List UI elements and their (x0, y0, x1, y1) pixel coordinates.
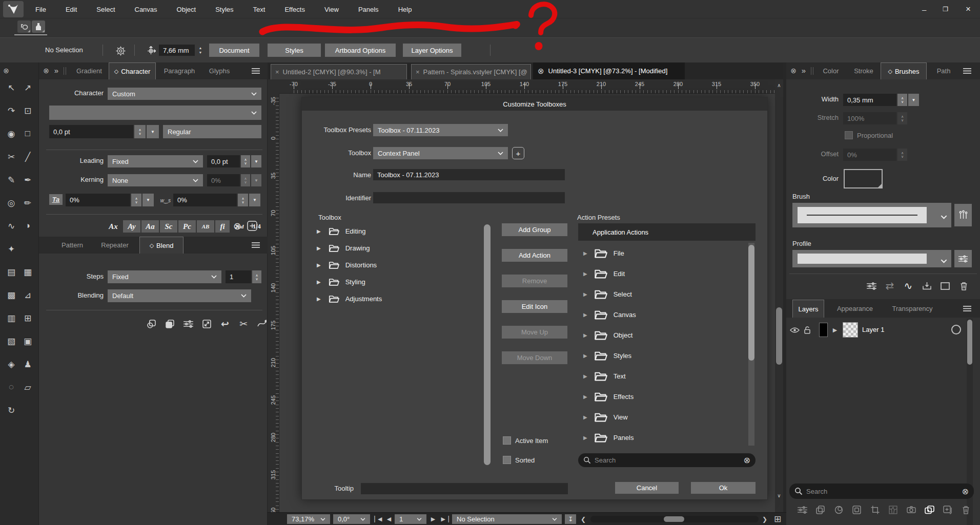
snapshot-camera-icon[interactable] (905, 503, 918, 516)
edit-icon-button[interactable]: Edit Icon (502, 300, 567, 313)
leading-dropdown-button[interactable]: ▼ (251, 155, 261, 167)
toolbox-group-drawing[interactable]: ▶Drawing (317, 240, 481, 256)
add-style-icon[interactable] (246, 220, 258, 232)
tab-transparency[interactable]: Transparency (885, 299, 940, 318)
tab-path[interactable]: Path (931, 62, 956, 79)
group-select-tool[interactable]: ⊡ (21, 104, 34, 117)
toolbox-presets-dropdown[interactable]: Toolbox - 07.11.2023 (373, 124, 508, 136)
menu-effects[interactable]: Effects (275, 0, 315, 18)
shuffle-icon[interactable]: ⇄ (883, 279, 897, 293)
duplicate-icon[interactable] (144, 317, 158, 331)
quick-tool-2[interactable] (32, 20, 45, 33)
tab-paragraph[interactable]: Paragraph (159, 62, 200, 79)
crop-layer-icon[interactable] (868, 503, 882, 516)
tab-blend[interactable]: ◇Blend (139, 237, 183, 254)
brush-selector[interactable] (792, 203, 951, 227)
mosaic-icon[interactable] (887, 503, 900, 516)
apply-selection-button[interactable]: ↧ (565, 514, 576, 524)
action-scrollbar-track[interactable] (748, 243, 754, 446)
kerning-mode-dropdown[interactable]: None (108, 174, 203, 186)
menu-help[interactable]: Help (389, 0, 422, 18)
menu-styles[interactable]: Styles (206, 0, 243, 18)
expander-icon[interactable]: ▶ (583, 414, 587, 420)
font-size-stepper[interactable]: ∧∨ (134, 125, 146, 138)
tracking-dropdown-button[interactable]: ▼ (142, 194, 154, 206)
brush-tool[interactable]: ✒ (21, 173, 34, 186)
close-button[interactable]: × (956, 0, 980, 18)
ok-button[interactable]: Ok (691, 482, 756, 494)
styles-options-button[interactable]: Styles (268, 44, 321, 57)
layers-scrollbar-thumb[interactable] (967, 320, 972, 365)
leading-stepper[interactable]: ∧∨ (241, 155, 250, 167)
next-page-icon[interactable]: ▶ (428, 514, 438, 524)
action-group-select[interactable]: ▶Select (583, 284, 737, 304)
horizontal-scrollbar-track[interactable] (590, 516, 759, 522)
panel-menu-icon[interactable] (963, 305, 972, 312)
menu-file[interactable]: File (26, 0, 56, 18)
style-button-ab[interactable]: AB (197, 220, 214, 233)
action-search-box[interactable]: ⊗ (578, 453, 756, 467)
move-origin-icon[interactable] (146, 46, 156, 56)
expander-icon[interactable]: ▶ (317, 262, 321, 268)
identifier-field[interactable] (373, 192, 565, 203)
curve-icon[interactable] (255, 317, 269, 331)
twirl-tool[interactable]: ◉ (5, 127, 18, 140)
panel-close-icon[interactable]: ⊗ (42, 67, 50, 75)
expander-icon[interactable]: ▶ (831, 326, 839, 333)
tab-gradient[interactable]: Gradient (70, 62, 109, 79)
brush-color-swatch[interactable] (844, 169, 883, 188)
action-group-panels[interactable]: ▶Panels (583, 427, 737, 448)
expander-icon[interactable]: ▶ (583, 394, 587, 400)
layer-target-circle[interactable] (951, 325, 961, 334)
tab-glyphs[interactable]: Glyphs (203, 62, 236, 79)
action-group-text[interactable]: ▶Text (583, 366, 737, 386)
toolbox-group-distortions[interactable]: ▶Distortions (317, 257, 481, 273)
selection-dropdown[interactable]: No Selection (452, 514, 562, 524)
layer-color-tag[interactable] (819, 323, 828, 337)
font-size-dropdown-button[interactable]: ▼ (147, 125, 159, 138)
node-select-tool[interactable]: ↷ (5, 104, 18, 117)
rotate-canvas-tool[interactable]: ↻ (5, 404, 18, 417)
style-button-ay[interactable]: Ay (123, 220, 140, 233)
steps-mode-dropdown[interactable]: Fixed (108, 270, 221, 283)
action-scrollbar-thumb[interactable] (748, 245, 754, 361)
tab-color[interactable]: Color (816, 62, 846, 79)
search-input[interactable] (806, 488, 958, 495)
direct-select-tool[interactable]: ↗ (21, 81, 34, 94)
panel-menu-icon[interactable] (963, 67, 972, 74)
tracking-value-field[interactable]: 0% (66, 194, 130, 206)
clear-search-icon[interactable]: ⊗ (744, 455, 750, 465)
marquee-tool[interactable]: □ (21, 127, 34, 140)
tab-layers[interactable]: Layers (792, 300, 824, 318)
step-down-arrow[interactable]: ▼ (199, 50, 202, 55)
action-group-view[interactable]: ▶View (583, 407, 737, 427)
pen-tool[interactable]: ✏ (21, 196, 34, 209)
close-tab-icon[interactable]: × (416, 68, 420, 76)
page-tool[interactable]: ▱ (21, 381, 34, 394)
steps-value-field[interactable]: 1 (226, 270, 251, 283)
scroll-up-icon[interactable]: ∧ (775, 81, 783, 89)
style-button-sc[interactable]: Sc (160, 220, 177, 233)
style-button-ax[interactable]: Ax (105, 220, 122, 233)
wave-icon[interactable]: ∿ (901, 279, 915, 293)
document-tab[interactable]: × Untitled-2 [CMYK] [@90.3%] - [M (271, 64, 407, 79)
panel-menu-icon[interactable] (251, 67, 260, 74)
mosaic-tool[interactable]: ▧ (5, 334, 18, 348)
lock-open-icon[interactable] (803, 325, 812, 334)
expander-icon[interactable]: ▶ (317, 245, 321, 251)
card-tool[interactable]: ▣ (21, 334, 34, 348)
menu-select[interactable]: Select (87, 0, 125, 18)
knife-tool[interactable]: ✂ (5, 150, 18, 163)
scroll-down-icon[interactable]: ∨ (775, 492, 783, 499)
close-tab-icon[interactable]: ⊗ (538, 67, 544, 76)
action-group-object[interactable]: ▶Object (583, 325, 737, 345)
last-page-icon[interactable]: ▶▕ (439, 514, 450, 524)
trash-icon[interactable] (956, 279, 971, 293)
panel-close-icon[interactable]: ⊗ (2, 67, 10, 75)
word-spacing-dropdown-button[interactable]: ▼ (249, 194, 260, 206)
toolbox-group-adjustments[interactable]: ▶Adjustments (317, 290, 481, 307)
fill-tool[interactable]: ◑ (21, 219, 34, 233)
rotation-dropdown[interactable]: 0,0° (333, 514, 370, 524)
toolbox-group-editing[interactable]: ▶Editing (317, 223, 481, 239)
document-tab[interactable]: × Pattern - Spirals.vstyler [CMYK] [@ (411, 64, 531, 79)
